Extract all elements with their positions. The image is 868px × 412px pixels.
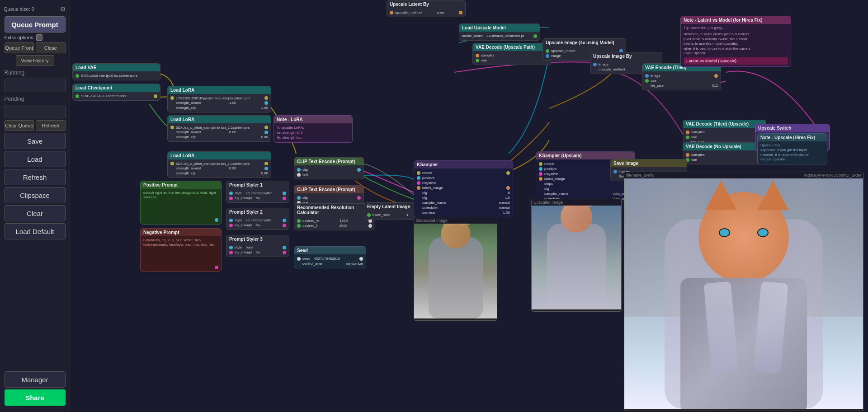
load-upscale-model-node[interactable]: Load Upscale Model model_name 4xUltraMs_… bbox=[459, 23, 540, 41]
cat-ear-right bbox=[459, 224, 470, 225]
vae-decode-tiled-upscale-header: VAE Decode (Tiled) (Upscale) bbox=[683, 120, 766, 128]
upscale-latent-by-body: upscale_method area bbox=[387, 8, 465, 17]
load-lora-3-header: Load LoRA bbox=[168, 152, 271, 159]
checkpoint-input-dot bbox=[75, 94, 79, 98]
desired-h-value: 2000 bbox=[340, 224, 348, 228]
cat-image-2-display bbox=[532, 206, 621, 309]
upscale-latent-by-node[interactable]: Upscale Latent By upscale_method area bbox=[387, 0, 466, 17]
prompt-styler-3-node[interactable]: Prompt Styler 3 style base bg_prompt No bbox=[226, 235, 289, 257]
vae-encode-tiled-node[interactable]: VAE Encode (Tiled) image vae tile_size 5… bbox=[642, 63, 721, 90]
positive-prompt-header: Positive Prompt bbox=[141, 181, 221, 189]
load-upscale-model-title: Load Upscale Model bbox=[462, 25, 506, 30]
load-lora-3-node[interactable]: Load LoRA SDXL/sd_xl_offset_example-lio-… bbox=[167, 151, 271, 178]
note-upscale-hires-fix-node[interactable]: Note - Upscale (Hires Fix) Upscale thisa… bbox=[757, 133, 827, 164]
upscale-image-by-title: Upscale Image By bbox=[593, 54, 632, 59]
positive-prompt-node[interactable]: Positive Prompt default right art this h… bbox=[140, 181, 222, 225]
save-image-title: Save Image bbox=[613, 161, 638, 166]
ksampler-node[interactable]: KSampler model positive negative latent_… bbox=[414, 160, 513, 217]
save-button[interactable]: Save bbox=[5, 133, 66, 149]
note-latent-model-title: Note - Latent vs Model (for Hires Fix) bbox=[684, 18, 762, 23]
clip-text-encode-1-node[interactable]: CLIP Text Encode (Prompt) clip text bbox=[294, 157, 364, 179]
load-lora-1-node[interactable]: Load LoRA LCMSDXL-SSD1B/pytorch_lora_wei… bbox=[167, 86, 271, 112]
queue-front-button[interactable]: Queue Front bbox=[5, 42, 34, 53]
vae-decode-upscale-path-header: VAE Decode (Upscale Path) bbox=[473, 43, 551, 51]
prompt-styler-3-body: style base bg_prompt No bbox=[226, 243, 289, 257]
extra-options-row: Extra options bbox=[5, 34, 66, 41]
note-upscale-hires-fix-body: Upscale thisapproach: if you get the lay… bbox=[758, 141, 827, 164]
ksampler-upscale-title: KSampler (Upscale) bbox=[539, 153, 581, 158]
pending-label: Pending bbox=[5, 94, 66, 103]
load-lora-2-node[interactable]: Load LoRA SDXL/sd_xl_offset_example-lio-… bbox=[167, 115, 271, 142]
pending-box bbox=[5, 105, 66, 118]
positive-prompt-text[interactable]: default right art this her, dragons & el… bbox=[143, 191, 218, 218]
lora2-name: SDXL/sd_xl_offset_example-lio-lora_1.0.s… bbox=[176, 126, 250, 129]
cat-image-1-display bbox=[414, 224, 497, 318]
save-image-header: Save Image bbox=[611, 159, 687, 167]
extra-options-toggle[interactable] bbox=[36, 34, 42, 41]
load-lora-1-header: Load LoRA bbox=[168, 86, 271, 94]
upscale-image-using-model-title: Upscale Image (4x using Model) bbox=[546, 40, 614, 45]
upscale-switch-header: Upscale Switch bbox=[755, 124, 829, 132]
vae-encode-tiled-title: VAE Encode (Tiled) bbox=[645, 65, 686, 70]
vae-decode-no-upscale-node[interactable]: VAE Decode (No Upscale) samples vae bbox=[683, 142, 766, 164]
load-lora-2-title: Load LoRA bbox=[170, 117, 194, 122]
load-checkpoint-title: Load Checkpoint bbox=[75, 85, 112, 90]
note-latent-model-header: Note - Latent vs Model (for Hires Fix) bbox=[681, 16, 791, 24]
note-lora-node[interactable]: Note - LoRA To disable LoRA:set strength… bbox=[274, 115, 353, 143]
load-lora-3-body: SDXL/sd_xl_offset_example-lio-lora_1.0.s… bbox=[168, 159, 271, 178]
seed-node[interactable]: Seed seed 4527176462819 control_after ra… bbox=[294, 246, 366, 268]
lora3-name: SDXL/sd_xl_offset_example-lio-lora_1.0.s… bbox=[176, 162, 250, 165]
cat-ear-left bbox=[443, 224, 454, 225]
upscale-image-by-header: Upscale Image By bbox=[590, 52, 662, 60]
cat-eye-left bbox=[719, 228, 730, 237]
ksampler-upscale-header: KSampler (Upscale) bbox=[536, 152, 635, 159]
sidebar: Queue size: 0 ⚙ Queue Prompt Extra optio… bbox=[0, 0, 70, 412]
vae-decode-no-upscale-body: samples vae bbox=[683, 150, 766, 164]
upscale-latent-by-header: Upscale Latent By bbox=[387, 0, 465, 8]
note-lora-title: Note - LoRA bbox=[277, 117, 303, 122]
negative-prompt-text[interactable]: ugly/blurry, cg, 2, 0, blur, softer, ski… bbox=[143, 238, 218, 265]
cat-image-1-node: Generated Image bbox=[414, 217, 497, 321]
clip-text-encode-1-body: clip text bbox=[294, 165, 363, 179]
clip-text-encode-1-header: CLIP Text Encode (Prompt) bbox=[294, 158, 363, 165]
clipspace-button[interactable]: Clipspace bbox=[5, 187, 66, 203]
load-button[interactable]: Load bbox=[5, 151, 66, 167]
view-history-button[interactable]: View History bbox=[16, 55, 54, 66]
prompt-styler-2-body: style sd_photographic bg_prompt No bbox=[226, 216, 289, 229]
negative-prompt-header: Negative Prompt bbox=[141, 229, 221, 236]
refresh-small-button[interactable]: Refresh bbox=[36, 120, 66, 131]
running-label: Running bbox=[5, 68, 66, 77]
recommended-res-calc-node[interactable]: Recommended Resolution Calculator desire… bbox=[294, 203, 375, 230]
vae-decode-upscale-path-node[interactable]: VAE Decode (Upscale Path) samples vae bbox=[472, 43, 552, 65]
clear-queue-button[interactable]: Clear Queue bbox=[5, 120, 34, 131]
prompt-styler-1-node[interactable]: Prompt Styler 1 style sd_photographic bg… bbox=[226, 181, 289, 203]
seed-header: Seed bbox=[294, 247, 366, 254]
positive-prompt-title: Positive Prompt bbox=[143, 183, 178, 187]
clear-button[interactable]: Clear bbox=[5, 205, 66, 221]
manager-button[interactable]: Manager bbox=[5, 371, 66, 388]
vae-decode-no-upscale-title: VAE Decode (No Upscale) bbox=[686, 144, 741, 149]
negative-prompt-node[interactable]: Negative Prompt ugly/blurry, cg, 2, 0, b… bbox=[140, 228, 222, 272]
load-lora-2-body: SDXL/sd_xl_offset_example-lio-lora_1.0.s… bbox=[168, 123, 271, 141]
load-vae-node[interactable]: Load VAE SDXL/sdxl-vae-fp16-fix.safetens… bbox=[72, 63, 160, 80]
load-checkpoint-body: SDXL/SDSD-18.safetensors bbox=[73, 92, 160, 100]
seed-title: Seed bbox=[297, 248, 308, 253]
load-checkpoint-node[interactable]: Load Checkpoint SDXL/SDSD-18.safetensors bbox=[72, 84, 160, 101]
share-button[interactable]: Share bbox=[5, 389, 66, 406]
clip-text-encode-1-title: CLIP Text Encode (Prompt) bbox=[297, 159, 355, 164]
prompt-styler-1-title: Prompt Styler 1 bbox=[229, 183, 263, 187]
prompt-styler-2-node[interactable]: Prompt Styler 2 style sd_photographic bg… bbox=[226, 208, 289, 230]
load-default-button[interactable]: Load Default bbox=[5, 223, 66, 239]
node-canvas[interactable]: Load VAE SDXL/sdxl-vae-fp16-fix.safetens… bbox=[70, 0, 868, 412]
close-button[interactable]: Close bbox=[36, 42, 66, 53]
refresh-button[interactable]: Refresh bbox=[5, 169, 66, 185]
load-vae-model-value: SDXL/sdxl-vae-fp16-fix.safetensors bbox=[81, 74, 137, 78]
prompt-styler-2-title: Prompt Styler 2 bbox=[229, 210, 263, 215]
cat-ear-right-2 bbox=[581, 206, 593, 206]
view-history-container: View History bbox=[5, 55, 66, 66]
load-vae-body: SDXL/sdxl-vae-fp16-fix.safetensors bbox=[73, 71, 160, 80]
empty-latent-image-title: Empty Latent Image bbox=[367, 204, 410, 209]
queue-prompt-button[interactable]: Queue Prompt bbox=[5, 16, 66, 33]
note-latent-model-node[interactable]: Note - Latent vs Model (for Hires Fix) T… bbox=[680, 16, 791, 67]
gear-icon[interactable]: ⚙ bbox=[60, 5, 66, 13]
